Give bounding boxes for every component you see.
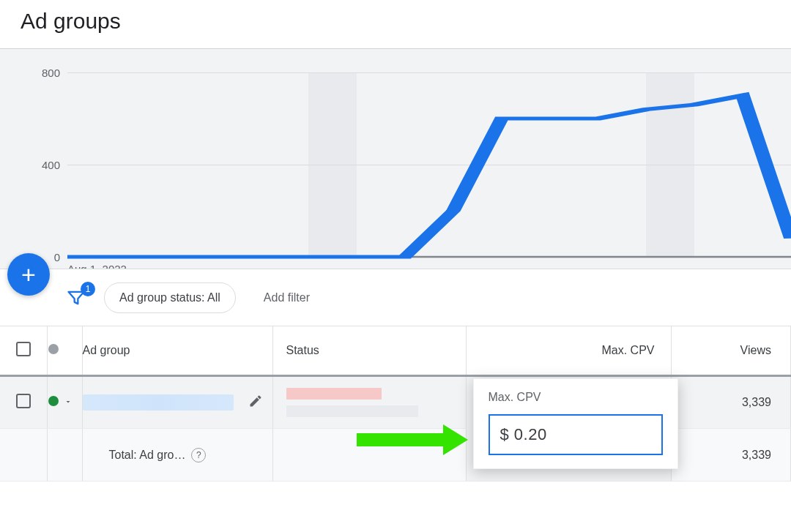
- y-tick: 800: [31, 67, 60, 79]
- col-header-status[interactable]: Status: [272, 326, 466, 376]
- ad-groups-table: Ad group Status Max. CPV Views: [0, 326, 791, 482]
- table-header-row: Ad group Status Max. CPV Views: [0, 326, 791, 376]
- select-all-checkbox[interactable]: [16, 342, 31, 356]
- chart-panel: 800 400 0 Aug 1, 2022: [0, 48, 791, 269]
- total-row-label: Total: Ad gro…: [109, 449, 186, 462]
- popover-label: Max. CPV: [489, 391, 663, 404]
- views-total-cell: 3,339: [671, 429, 791, 482]
- chevron-down-icon[interactable]: [64, 396, 73, 409]
- chart-area[interactable]: 800 400 0 Aug 1, 2022: [67, 72, 791, 257]
- status-dot-icon: [48, 344, 59, 354]
- ad-group-name-redacted[interactable]: [83, 394, 234, 411]
- col-header-views[interactable]: Views: [671, 326, 791, 376]
- annotation-arrow: [357, 426, 467, 455]
- max-cpv-value: $ 0.20: [500, 425, 547, 444]
- help-icon[interactable]: ?: [191, 448, 206, 462]
- col-header-ad-group[interactable]: Ad group: [82, 326, 272, 376]
- status-redacted: [286, 388, 465, 417]
- plus-icon: +: [21, 261, 36, 289]
- y-tick: 400: [31, 159, 60, 171]
- filter-chip-label: Ad group status: All: [119, 291, 220, 304]
- max-cpv-input[interactable]: $ 0.20: [489, 414, 663, 455]
- filter-count-badge: 1: [81, 282, 95, 296]
- max-cpv-popover: Max. CPV $ 0.20: [473, 378, 678, 469]
- filter-chip-status[interactable]: Ad group status: All: [104, 282, 236, 313]
- page-title: Ad groups: [0, 9, 791, 48]
- status-dot-icon[interactable]: [48, 396, 59, 406]
- row-checkbox[interactable]: [16, 394, 31, 408]
- col-header-max-cpv[interactable]: Max. CPV: [466, 326, 671, 376]
- add-fab-button[interactable]: +: [7, 253, 50, 296]
- views-cell: 3,339: [671, 376, 791, 429]
- filter-icon-button[interactable]: 1: [66, 288, 86, 308]
- add-filter-button[interactable]: Add filter: [264, 291, 310, 304]
- chart-svg: [67, 72, 791, 257]
- pencil-icon[interactable]: [248, 394, 263, 411]
- table-row: Max. CPV $ 0.20 3,339: [0, 376, 791, 429]
- filter-bar: + 1 Ad group status: All Add filter: [0, 269, 791, 326]
- max-cpv-cell: Max. CPV $ 0.20: [466, 376, 671, 482]
